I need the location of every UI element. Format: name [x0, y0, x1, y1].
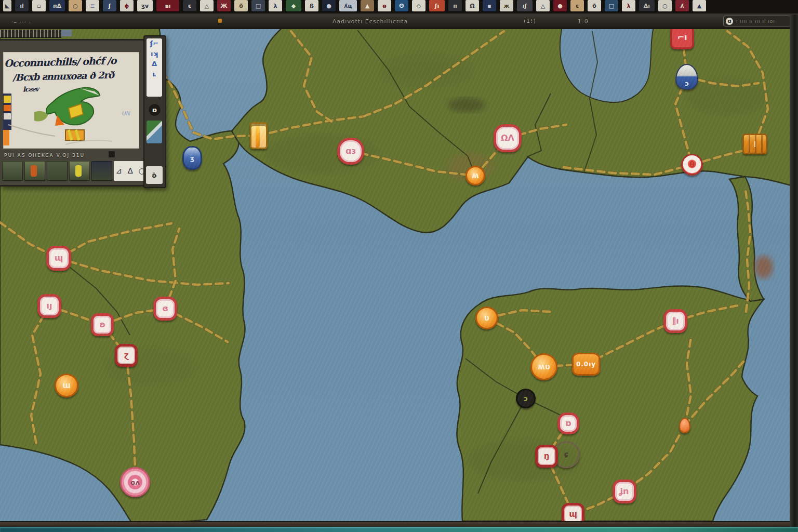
toolbar-tile-37[interactable]: ○ — [658, 0, 672, 11]
toolbar-tile-18[interactable]: ● — [322, 0, 336, 11]
toolbar-tile-36[interactable]: Δı — [639, 0, 655, 11]
map-marker-badge-pink[interactable]: ∥ı — [663, 309, 687, 333]
toolbar-tile-9[interactable]: ▪ı — [156, 0, 179, 11]
toolbar-tile-30[interactable]: △ — [536, 0, 550, 11]
toolbar-tile-39[interactable]: ▲ — [693, 0, 706, 11]
toolbar-tile-12[interactable]: Ж — [217, 0, 231, 11]
toolbar-tile-3[interactable]: пΔ — [49, 0, 65, 11]
map-marker-badge-pink[interactable]: ɰ — [46, 246, 71, 271]
toolbar-tile-17[interactable]: ß — [305, 0, 318, 11]
map-marker-badge-red[interactable]: ŋ — [535, 445, 558, 468]
info-panel-card: Occonnuchílls/ ohćf /o /Bcxb ƨnnuxoƨa ð … — [3, 52, 139, 149]
map-marker-circle-orange[interactable]: ʋ — [475, 307, 498, 329]
top-icon-toolbar: ◣ıl▫пΔ○≡ʃɸʒv▪ıɛ△Жð□λ◆ß●ʎц▲ɷʘ◇ʃıпΩ▪жıʃ△●ɛ… — [0, 0, 798, 14]
map-marker-badge-pink[interactable]: ɞ — [153, 297, 177, 321]
toolbar-tile-4[interactable]: ○ — [69, 0, 82, 11]
panel-caption-button[interactable] — [108, 151, 115, 158]
info-panel: Occonnuchílls/ ohćf /o /Bcxb ƨnnuxoƨa ð … — [0, 39, 148, 187]
map-marker-square-orange[interactable]: 0.0ıy — [572, 353, 600, 376]
toolbar-tile-7[interactable]: ɸ — [120, 0, 134, 11]
doodle-note-tile[interactable]: ʄ⌐ ıʞ Δ ʟ — [147, 38, 162, 97]
panel-side-strip: ʄ⌐ ıʞ Δ ʟ ɒ ʚ̈ — [143, 35, 166, 188]
panel-thumbnail-row: ⊿ ∆ ○ ∆ — [2, 161, 159, 182]
panel-thumbnail-0[interactable] — [2, 161, 23, 181]
menubar-button-icon: ɑ — [726, 18, 733, 25]
amber-indicator-dot — [218, 19, 222, 23]
map-marker-chest[interactable]: ∣ — [742, 134, 767, 154]
toolbar-tile-22[interactable]: ʘ — [395, 0, 408, 11]
toolbar-tile-34[interactable]: □ — [605, 0, 618, 11]
menubar-right-button[interactable]: ɑ ı ıııı ıı ııı ıl ıoı — [723, 16, 791, 26]
map-marker-red-ring[interactable]: θ — [681, 154, 703, 176]
toolbar-tile-5[interactable]: ≡ — [86, 0, 99, 11]
toolbar-tile-26[interactable]: Ω — [466, 0, 479, 11]
map-marker-badge-red-square[interactable]: ⌐ı — [670, 29, 694, 49]
map-marker-badge-red[interactable]: ɀ — [115, 344, 138, 367]
toolbar-tile-2[interactable]: ▫ — [32, 0, 46, 11]
toolbar-tile-0[interactable]: ◣ — [3, 0, 11, 11]
map-marker-circle-orange[interactable]: ʍ — [466, 166, 485, 185]
toolbar-tile-31[interactable]: ● — [553, 0, 567, 11]
map-marker-badge-pink[interactable]: ɒ — [557, 413, 579, 434]
toolbar-tile-24[interactable]: ʃı — [429, 0, 445, 11]
bottom-tool-tile[interactable]: ʚ̈ — [146, 166, 163, 184]
toolbar-tile-6[interactable]: ʃ — [103, 0, 116, 11]
map-marker-badge-pink[interactable]: ʚ — [91, 313, 114, 336]
menubar-button-label: ı ıııı ıı ııı ıl ıoı — [736, 19, 775, 24]
window-edge-pattern — [0, 30, 61, 37]
toolbar-tile-21[interactable]: ɷ — [378, 0, 391, 11]
toolbar-tile-23[interactable]: ◇ — [412, 0, 425, 11]
bottom-status-bar — [0, 521, 798, 527]
toolbar-tile-15[interactable]: λ — [269, 0, 282, 11]
map-marker-black-circle[interactable]: ɔ — [516, 389, 536, 408]
minimap-label: UN — [122, 110, 130, 117]
landscape-thumbnail[interactable] — [147, 121, 162, 143]
map-marker-circle-orange[interactable]: ʍʋ — [530, 353, 557, 380]
map-marker-egg[interactable] — [679, 418, 690, 433]
toolbar-tile-8[interactable]: ʒv — [137, 0, 153, 11]
toolbar-tile-16[interactable]: ◆ — [286, 0, 301, 11]
panel-thumbnail-3[interactable] — [69, 161, 90, 181]
toolbar-tile-11[interactable]: △ — [200, 0, 214, 11]
panel-thumbnail-1[interactable] — [24, 161, 45, 181]
menubar-left-marks: ·– ··· · — [11, 19, 31, 25]
teal-footer-strip — [0, 527, 798, 532]
menubar-title: Aadıvottı Ecschıllıcrıta — [332, 18, 408, 25]
window-edge-block — [61, 30, 72, 36]
handwritten-line-3: lcƨƨv — [23, 85, 38, 94]
toolbar-tile-25[interactable]: п — [448, 0, 462, 11]
toolbar-tile-14[interactable]: □ — [251, 0, 265, 11]
map-marker-badge-pink[interactable]: ɑɜ — [337, 138, 364, 165]
menubar-badge: (1!) — [524, 18, 536, 24]
panel-thumbnail-2[interactable] — [47, 161, 68, 181]
map-marker-blue-blob[interactable]: ʒ — [182, 146, 202, 170]
menu-bar: ·– ··· · Aadıvottı Ecschıllıcrıta (1!) 1… — [0, 14, 798, 30]
toolbar-tile-13[interactable]: ð — [234, 0, 248, 11]
toolbar-tile-27[interactable]: ▪ — [483, 0, 496, 11]
map-marker-lantern[interactable] — [250, 122, 268, 149]
map-marker-badge-pink[interactable]: ıȷ — [37, 294, 61, 318]
toolbar-tile-29[interactable]: ıʃ — [517, 0, 533, 11]
map-marker-badge-pink[interactable]: ΩΛ — [494, 124, 522, 152]
panel-thumbnail-4[interactable] — [91, 161, 112, 181]
toolbar-tile-19[interactable]: ʎц — [339, 0, 357, 11]
round-toggle-button[interactable]: ɒ — [148, 103, 162, 117]
map-marker-badge-red[interactable]: ɰ — [562, 503, 584, 521]
game-window: ◣ıl▫пΔ○≡ʃɸʒv▪ıɛ△Жð□λ◆ß●ʎц▲ɷʘ◇ʃıпΩ▪жıʃ△●ɛ… — [0, 0, 798, 532]
toolbar-tile-28[interactable]: ж — [500, 0, 513, 11]
map-marker-badge-pink[interactable]: ʝn — [613, 480, 636, 503]
toolbar-tile-38[interactable]: ʎ — [675, 0, 689, 11]
panel-caption-text: PUI AS OHEKCA V.OJ 31U — [4, 153, 85, 158]
toolbar-tile-10[interactable]: ɛ — [183, 0, 196, 11]
toolbar-tile-1[interactable]: ıl — [15, 0, 29, 11]
menubar-counter: 1:0 — [578, 18, 589, 25]
toolbar-tile-32[interactable]: ɛ — [570, 0, 584, 11]
map-marker-circle-orange[interactable]: ɯ — [55, 374, 78, 397]
toolbar-tile-20[interactable]: ▲ — [361, 0, 374, 11]
toolbar-tile-33[interactable]: ð — [588, 0, 601, 11]
map-marker-pink-swirl[interactable]: ɞʌ — [120, 467, 150, 497]
toolbar-tile-35[interactable]: λ — [622, 0, 635, 11]
window-right-border — [790, 15, 798, 527]
